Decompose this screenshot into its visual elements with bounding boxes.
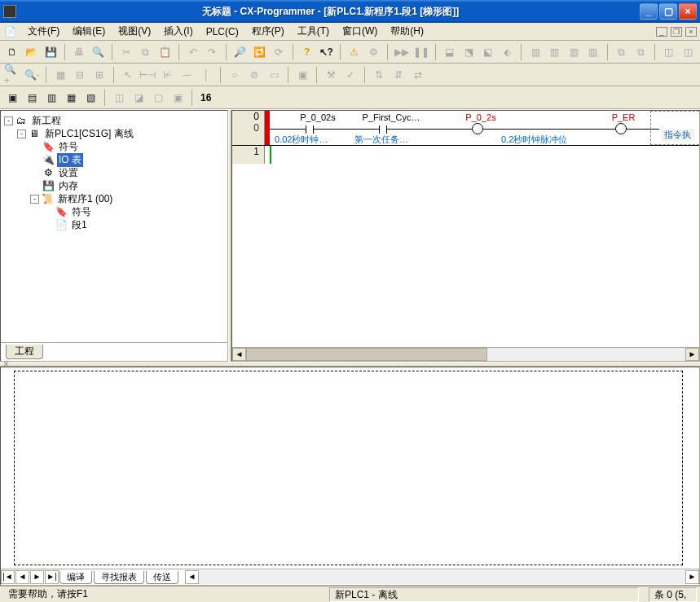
warning-button[interactable]: ⚠ [346,43,363,61]
hline-button[interactable]: ─ [178,66,196,84]
tree-settings[interactable]: ⚙ 设置 [4,166,224,179]
project-tab[interactable]: 工程 [6,345,43,359]
ladder-rung-0[interactable]: 0 0 P_0_02s P_First_Cyc… [232,111,699,146]
coil-nc-button[interactable]: ⊘ [245,66,263,84]
tree-symbols[interactable]: 🔖 符号 [4,140,224,153]
mem3-button[interactable]: ▥ [565,43,583,61]
compile-button[interactable]: ⚒ [322,66,340,84]
view9-button[interactable]: ▣ [169,89,187,107]
link2-button[interactable]: ⧉ [632,43,649,61]
tree-toggle-icon[interactable]: - [4,116,13,125]
menu-file[interactable]: 文件(F) [21,23,66,40]
element2-button[interactable]: ⊞ [90,66,108,84]
scroll-right-icon[interactable]: ► [685,348,699,361]
tab-scroll-first-icon[interactable]: |◄ [1,570,15,584]
copy-button[interactable]: ⧉ [137,43,155,61]
pointer-button[interactable]: ↖ [119,66,137,84]
view1-button[interactable]: ▣ [3,89,21,107]
zoomout-button[interactable]: 🔍- [23,66,41,84]
menu-insert[interactable]: 插入(I) [157,23,199,40]
mdi-restore-button[interactable]: ❐ [671,27,682,37]
ladder-area[interactable]: 0 0 P_0_02s P_First_Cyc… [232,111,699,347]
menu-help[interactable]: 帮助(H) [384,23,430,40]
tree-iotable[interactable]: 🔌 IO 表 [4,153,224,166]
undo-button[interactable]: ↶ [184,43,202,61]
tab-scroll-next-icon[interactable]: ► [30,570,44,584]
vline-button[interactable]: │ [197,66,215,84]
view3-button[interactable]: ▥ [42,89,60,107]
tab-compile[interactable]: 编译 [59,571,92,584]
menu-plc[interactable]: PLC(C) [200,24,245,39]
print-preview-button[interactable]: 🔍 [89,43,107,61]
tab-scroll-last-icon[interactable]: ►| [45,570,59,584]
mem2-button[interactable]: ▥ [546,43,564,61]
monitor2-button[interactable]: ⬔ [460,43,478,61]
mem4-button[interactable]: ▥ [584,43,602,61]
mdi-close-button[interactable]: × [685,27,697,37]
replace-button[interactable]: 🔁 [251,43,269,61]
scroll-right-icon[interactable]: ► [685,570,699,584]
tree-section[interactable]: 📄 段1 [4,218,224,231]
view2-button[interactable]: ▤ [23,89,41,107]
link1-button[interactable]: ⧉ [613,43,631,61]
print-button[interactable]: 🖶 [70,43,88,61]
contact-no-button[interactable]: ⊢⊣ [139,66,156,84]
zoomin-button[interactable]: 🔍+ [3,66,21,84]
new-button[interactable]: 🗋 [3,43,21,61]
view4-button[interactable]: ▦ [62,89,80,107]
grid-button[interactable]: ▦ [51,66,69,84]
menu-view[interactable]: 视图(V) [112,23,157,40]
tab-scroll-prev-icon[interactable]: ◄ [15,570,29,584]
xfer3-button[interactable]: ⇄ [409,66,427,84]
view5-button[interactable]: ▧ [81,89,99,107]
view7-button[interactable]: ◪ [130,89,147,107]
mem1-button[interactable]: ▥ [526,43,544,61]
net2-button[interactable]: ◫ [680,43,698,61]
menu-program[interactable]: 程序(P) [245,23,291,40]
monitor1-button[interactable]: ⬓ [441,43,459,61]
menu-edit[interactable]: 编辑(E) [66,23,112,40]
help-context-button[interactable]: ? [298,43,316,61]
redo-button[interactable]: ↷ [203,43,221,61]
project-tree[interactable]: - 🗂 新工程 - 🖥 新PLC1[CS1G] 离线 🔖 符号 [1,111,227,342]
tree-prog-symbols[interactable]: 🔖 符号 [4,205,224,218]
scroll-left-icon[interactable]: ◄ [185,570,199,584]
tree-root[interactable]: - 🗂 新工程 [4,114,224,127]
maximize-button[interactable]: ▢ [659,3,677,20]
xfer2-button[interactable]: ⇵ [390,66,407,84]
check-button[interactable]: ✓ [341,66,359,84]
instruction-button[interactable]: ▭ [265,66,283,84]
xfer1-button[interactable]: ⇅ [370,66,388,84]
menu-window[interactable]: 窗口(W) [336,23,384,40]
element1-button[interactable]: ⊟ [71,66,89,84]
coil-button[interactable]: ○ [226,66,244,84]
save-button[interactable]: 💾 [42,43,59,61]
block1-button[interactable]: ▣ [293,66,311,84]
open-button[interactable]: 📂 [23,43,41,61]
contact-nc-button[interactable]: ⊬ [158,66,176,84]
whats-this-button[interactable]: ↖? [317,43,335,61]
ladder-rung-1[interactable]: 1 [232,146,699,164]
tab-find[interactable]: 寻找报表 [94,571,144,584]
radix-label[interactable]: 16 [197,92,214,103]
close-button[interactable]: × [679,3,697,20]
mdi-minimize-button[interactable]: _ [656,27,667,37]
menu-tools[interactable]: 工具(T) [291,23,336,40]
online-button[interactable]: ⚙ [365,43,383,61]
findnext-button[interactable]: ⟳ [270,43,288,61]
minimize-button[interactable]: _ [640,3,658,20]
find-button[interactable]: 🔎 [231,43,249,61]
view6-button[interactable]: ◫ [110,89,128,107]
tree-toggle-icon[interactable]: - [17,130,26,138]
ladder-hscroll[interactable]: ◄ ► [232,347,699,361]
tree-memory[interactable]: 💾 内存 [4,179,224,192]
monitor3-button[interactable]: ⬕ [479,43,497,61]
tree-program[interactable]: - 📜 新程序1 (00) [4,192,224,205]
coil-icon[interactable] [615,123,627,134]
net1-button[interactable]: ◫ [660,43,678,61]
output-body[interactable] [14,371,683,565]
paste-button[interactable]: 📋 [156,43,174,61]
monitor4-button[interactable]: ⬖ [499,43,517,61]
run-button[interactable]: ▶▶ [393,43,411,61]
tree-toggle-icon[interactable]: - [30,195,39,204]
